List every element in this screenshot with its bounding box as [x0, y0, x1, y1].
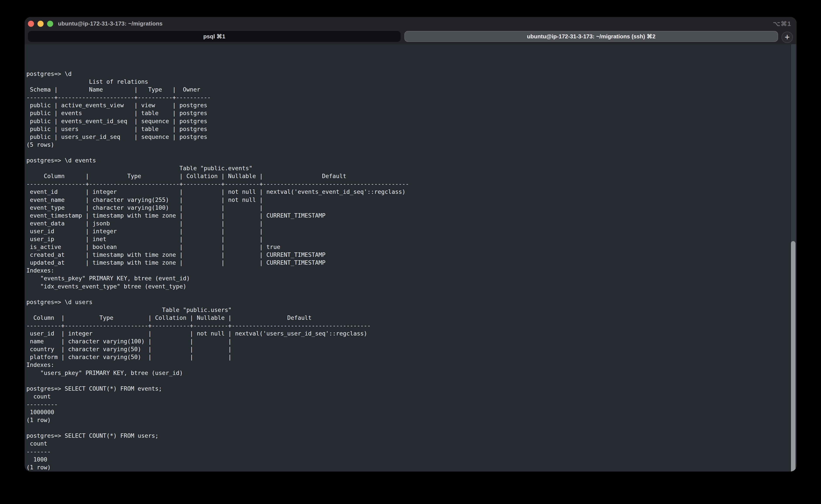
tab-psql-label: psql ⌘1 [203, 33, 225, 40]
terminal-window: ubuntu@ip-172-31-3-173: ~/migrations ⌥⌘1… [25, 17, 797, 472]
desktop-background: ubuntu@ip-172-31-3-173: ~/migrations ⌥⌘1… [0, 0, 821, 504]
tab-bar: psql ⌘1 ubuntu@ip-172-31-3-173: ~/migrat… [25, 30, 797, 44]
traffic-light-minimize[interactable] [37, 21, 44, 27]
new-tab-button[interactable]: + [782, 32, 793, 43]
terminal-output: postgres=> \d List of relations Schema |… [26, 70, 409, 472]
window-titlebar: ubuntu@ip-172-31-3-173: ~/migrations ⌥⌘1 [25, 17, 797, 30]
terminal-content-area[interactable]: postgres=> \d List of relations Schema |… [25, 44, 797, 472]
traffic-light-close[interactable] [28, 21, 34, 27]
traffic-lights [28, 21, 53, 27]
window-title: ubuntu@ip-172-31-3-173: ~/migrations [58, 20, 163, 27]
tab-ssh-label: ubuntu@ip-172-31-3-173: ~/migrations (ss… [527, 33, 656, 40]
plus-icon: + [785, 33, 790, 41]
tab-ssh[interactable]: ubuntu@ip-172-31-3-173: ~/migrations (ss… [404, 31, 778, 42]
traffic-light-zoom[interactable] [47, 21, 53, 27]
tab-psql[interactable]: psql ⌘1 [28, 31, 401, 42]
window-shortcut-hint: ⌥⌘1 [773, 17, 791, 30]
scrollbar-thumb[interactable] [791, 241, 795, 472]
terminal-scrollback: postgres=> \d List of relations Schema |… [26, 70, 409, 471]
